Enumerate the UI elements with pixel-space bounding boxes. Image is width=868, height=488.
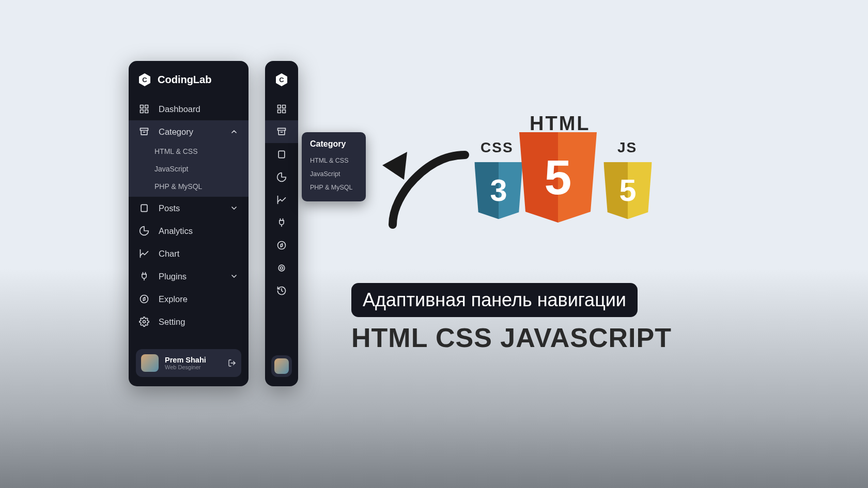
profile-role: Web Desginer xyxy=(165,364,206,370)
sidebar-label-chart: Chart xyxy=(159,249,179,259)
svg-rect-12 xyxy=(278,105,281,108)
logout-icon[interactable] xyxy=(228,359,236,367)
sidebar-label-setting: Setting xyxy=(159,317,185,327)
svg-marker-20 xyxy=(281,244,282,247)
svg-rect-13 xyxy=(283,105,286,108)
chart-icon xyxy=(276,195,287,205)
profile-name: Prem Shahi xyxy=(165,356,206,364)
css3-shield-icon: 3 xyxy=(474,162,523,219)
category-popup: Category HTML & CSS JavaScript PHP & MyS… xyxy=(302,132,366,201)
sidebar-label-analytics: Analytics xyxy=(159,226,193,236)
sidebar-expanded: CodingLab Dashboard Category HTML & CSS … xyxy=(129,61,249,386)
sidebar-item-plugins[interactable]: Plugins xyxy=(129,265,249,288)
svg-rect-2 xyxy=(141,110,144,113)
svg-rect-6 xyxy=(141,204,147,211)
brand-logo-icon xyxy=(139,73,150,86)
brand-name: CodingLab xyxy=(158,74,211,86)
profile-info: Prem Shahi Web Desginer xyxy=(165,356,206,370)
grid-icon xyxy=(139,104,149,114)
sidebar-item-explore[interactable]: Explore xyxy=(129,288,249,310)
sidebar-item-setting[interactable] xyxy=(265,257,298,279)
popup-item-html-css[interactable]: HTML & CSS xyxy=(310,154,358,167)
sidebar-label-plugins: Plugins xyxy=(159,272,187,281)
nav-menu-collapsed xyxy=(265,98,298,302)
js-shield-icon: 5 xyxy=(603,162,652,219)
headline-block: Адаптивная панель навигации HTML CSS JAV… xyxy=(351,283,672,353)
submenu-item-html-css[interactable]: HTML & CSS xyxy=(154,145,249,158)
svg-rect-16 xyxy=(278,128,286,130)
archive-icon xyxy=(276,127,287,137)
chart-icon xyxy=(139,248,149,259)
gear-icon xyxy=(276,263,287,273)
sidebar-item-dashboard[interactable] xyxy=(265,98,298,120)
book-icon xyxy=(139,203,149,213)
submenu-category: HTML & CSS JavaScript PHP & MySQL xyxy=(129,143,249,197)
plug-icon xyxy=(139,271,149,281)
avatar xyxy=(141,354,159,372)
logo-row-collapsed xyxy=(265,71,298,98)
tech-logos: HTML CSS JS 3 5 5 xyxy=(465,113,667,247)
svg-rect-15 xyxy=(283,110,286,113)
history-icon xyxy=(276,286,287,296)
chevron-down-icon xyxy=(230,272,238,280)
svg-point-19 xyxy=(278,242,286,249)
grid-icon xyxy=(276,104,287,114)
sidebar-collapsed xyxy=(265,61,298,386)
chevron-up-icon xyxy=(230,128,238,136)
svg-marker-9 xyxy=(143,297,145,301)
svg-rect-3 xyxy=(145,110,148,113)
popup-title: Category xyxy=(310,139,358,149)
headline-sub: HTML CSS JAVASCRIPT xyxy=(351,322,672,353)
sidebar-label-category: Category xyxy=(159,127,193,137)
brand-logo-icon xyxy=(276,73,287,86)
book-icon xyxy=(276,149,287,160)
headline-badge: Адаптивная панель навигации xyxy=(351,283,638,317)
svg-rect-18 xyxy=(278,151,285,158)
svg-rect-4 xyxy=(141,128,148,130)
sidebar-item-setting[interactable]: Setting xyxy=(129,310,249,333)
avatar xyxy=(274,358,289,374)
gear-icon xyxy=(139,317,149,327)
archive-icon xyxy=(139,127,149,137)
svg-rect-1 xyxy=(145,105,148,108)
sidebar-item-chart[interactable]: Chart xyxy=(129,242,249,265)
plug-icon xyxy=(276,217,287,228)
svg-rect-0 xyxy=(141,105,144,108)
submenu-item-php-mysql[interactable]: PHP & MySQL xyxy=(154,180,249,193)
submenu-item-javascript[interactable]: JavaScript xyxy=(154,163,249,175)
chevron-down-icon xyxy=(230,204,238,212)
popup-item-php-mysql[interactable]: PHP & MySQL xyxy=(310,181,358,194)
compass-icon xyxy=(139,294,149,304)
html-label: HTML xyxy=(530,113,591,135)
svg-point-10 xyxy=(143,321,146,323)
js-label: JS xyxy=(617,139,637,156)
popup-item-javascript[interactable]: JavaScript xyxy=(310,167,358,181)
sidebar-item-posts[interactable] xyxy=(265,143,298,166)
pie-icon xyxy=(276,172,287,182)
sidebar-item-posts[interactable]: Posts xyxy=(129,197,249,219)
svg-marker-22 xyxy=(382,152,407,180)
profile-card-collapsed[interactable] xyxy=(271,355,292,377)
html5-shield-icon: 5 xyxy=(519,132,597,223)
sidebar-item-category[interactable] xyxy=(265,120,298,143)
sidebar-label-dashboard: Dashboard xyxy=(159,104,200,114)
svg-point-8 xyxy=(141,295,148,303)
sidebar-item-plugins[interactable] xyxy=(265,211,298,234)
sidebar-item-explore[interactable] xyxy=(265,234,298,257)
nav-menu: Dashboard Category HTML & CSS JavaScript… xyxy=(129,98,249,333)
sidebar-item-analytics[interactable]: Analytics xyxy=(129,219,249,242)
sidebar-item-history[interactable] xyxy=(265,279,298,302)
sidebar-label-explore: Explore xyxy=(159,294,188,304)
sidebar-item-chart[interactable] xyxy=(265,188,298,211)
sidebar-label-posts: Posts xyxy=(159,203,180,213)
sidebar-item-analytics[interactable] xyxy=(265,166,298,188)
sidebar-item-category[interactable]: Category xyxy=(129,120,249,143)
svg-rect-14 xyxy=(278,110,281,113)
svg-point-21 xyxy=(281,267,283,270)
css-label: CSS xyxy=(481,139,514,156)
compass-icon xyxy=(276,240,287,250)
sidebar-item-dashboard[interactable]: Dashboard xyxy=(129,98,249,120)
logo-row: CodingLab xyxy=(129,71,249,98)
pie-icon xyxy=(139,226,149,236)
profile-card[interactable]: Prem Shahi Web Desginer xyxy=(136,349,241,377)
